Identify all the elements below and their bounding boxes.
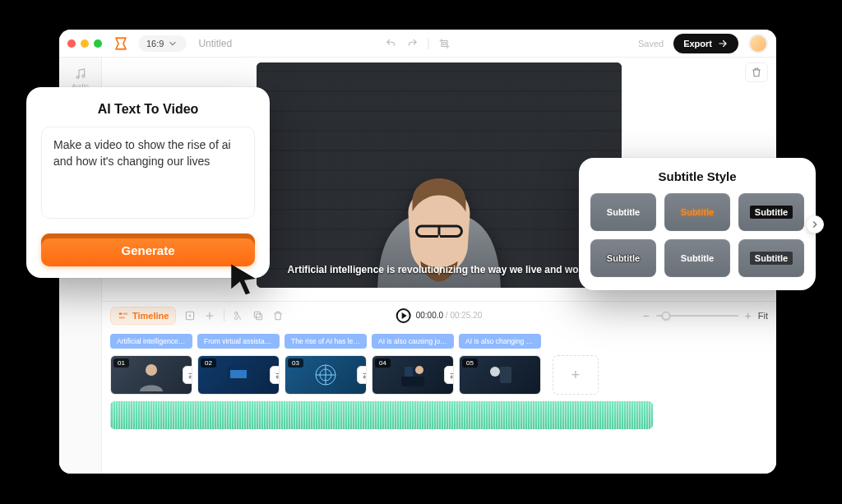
video-clip[interactable]: 03 ⇄ bbox=[285, 355, 367, 395]
clip-index: 04 bbox=[375, 358, 391, 368]
time-total: 00:25.20 bbox=[450, 311, 482, 320]
subtitle-clip[interactable]: AI is also changing the way ... bbox=[459, 334, 541, 349]
subtitle-clip[interactable]: From virtual assistants to sel... bbox=[197, 334, 280, 349]
separator bbox=[224, 310, 224, 321]
export-button[interactable]: Export bbox=[673, 34, 738, 53]
add-track-icon[interactable] bbox=[204, 310, 215, 321]
timeline[interactable]: Artificial intelligence is revol... From… bbox=[102, 329, 776, 474]
svg-rect-10 bbox=[119, 317, 125, 318]
svg-point-15 bbox=[146, 364, 157, 376]
subtitle-track[interactable]: Artificial intelligence is revol... From… bbox=[110, 334, 768, 349]
video-clip[interactable]: 02 ⇄ bbox=[197, 355, 280, 395]
video-preview[interactable]: Artificial intelligence is revolutionizi… bbox=[257, 62, 622, 288]
chevron-right-icon bbox=[809, 219, 821, 230]
transition-button[interactable]: ⇄ bbox=[270, 366, 280, 384]
video-clip[interactable]: 05 bbox=[459, 355, 541, 395]
clip-index: 05 bbox=[462, 358, 478, 368]
subtitle-clip[interactable]: AI is also causing job displac... bbox=[372, 334, 454, 349]
aspect-ratio-select[interactable]: 16:9 bbox=[138, 35, 187, 52]
export-button-label: Export bbox=[683, 39, 712, 49]
generate-button[interactable]: Generate bbox=[41, 234, 255, 266]
time-display: 00:00.0 / 00:25.20 bbox=[416, 311, 483, 320]
transition-button[interactable]: ⇄ bbox=[357, 366, 367, 384]
timeline-chip-label: Timeline bbox=[132, 311, 169, 321]
next-styles-button[interactable] bbox=[806, 215, 824, 234]
trash-icon[interactable] bbox=[272, 310, 284, 321]
timeline-toolbar: Timeline 00:00.0 / 00:25.20 bbox=[102, 301, 776, 329]
subtitle-style-option[interactable]: Subtitle bbox=[738, 239, 804, 277]
preview-subject bbox=[336, 90, 542, 288]
play-button[interactable] bbox=[396, 308, 411, 323]
subtitle-style-option[interactable]: Subtitle bbox=[590, 193, 656, 231]
video-clip[interactable]: 01 ⇄ bbox=[110, 355, 192, 395]
add-clip-button[interactable]: + bbox=[553, 355, 599, 395]
close-icon[interactable] bbox=[67, 39, 76, 48]
timeline-icon bbox=[118, 310, 129, 321]
minimize-icon[interactable] bbox=[81, 39, 89, 48]
clip-index: 01 bbox=[113, 358, 129, 368]
zoom-out-icon[interactable]: − bbox=[642, 309, 649, 322]
svg-rect-14 bbox=[255, 312, 261, 317]
subtitle-clip[interactable]: Artificial intelligence is revol... bbox=[110, 334, 192, 349]
window-controls[interactable] bbox=[67, 39, 102, 48]
crop-icon[interactable] bbox=[439, 38, 451, 49]
svg-rect-24 bbox=[500, 367, 511, 383]
aspect-ratio-label: 16:9 bbox=[146, 39, 164, 49]
zoom-fit-button[interactable]: Fit bbox=[758, 311, 768, 321]
subtitle-style-option[interactable]: Subtitle bbox=[738, 193, 804, 231]
delete-button[interactable] bbox=[745, 62, 768, 82]
zoom-in-icon[interactable]: + bbox=[745, 309, 752, 322]
titlebar-center-tools bbox=[386, 38, 451, 49]
svg-rect-9 bbox=[123, 312, 127, 314]
svg-point-22 bbox=[415, 366, 423, 374]
svg-point-23 bbox=[490, 367, 500, 377]
timeline-zoom: − + Fit bbox=[642, 309, 768, 322]
zoom-slider[interactable] bbox=[656, 315, 738, 317]
document-title[interactable]: Untitled bbox=[198, 38, 232, 49]
svg-rect-17 bbox=[230, 370, 247, 378]
ai-text-to-video-panel: AI Text To Video Generate bbox=[26, 87, 270, 278]
titlebar: 16:9 Untitled Saved Export bbox=[59, 30, 776, 58]
trash-icon bbox=[751, 67, 762, 78]
subtitle-panel-title: Subtitle Style bbox=[590, 169, 804, 183]
subtitle-style-option[interactable]: Subtitle bbox=[590, 239, 656, 277]
redo-icon[interactable] bbox=[407, 38, 419, 49]
subtitle-style-option[interactable]: Subtitle bbox=[664, 239, 730, 277]
audio-track[interactable] bbox=[110, 401, 653, 429]
storyboard-icon[interactable] bbox=[184, 310, 196, 321]
svg-rect-8 bbox=[119, 312, 123, 314]
style-label: Subtitle bbox=[681, 253, 714, 263]
zoom-slider-thumb[interactable] bbox=[662, 312, 670, 320]
subtitle-style-grid: Subtitle Subtitle Subtitle Subtitle Subt… bbox=[590, 193, 804, 277]
playback-controls: 00:00.0 / 00:25.20 bbox=[396, 308, 483, 323]
style-label: Subtitle bbox=[750, 252, 793, 265]
svg-point-0 bbox=[443, 42, 446, 45]
undo-icon[interactable] bbox=[386, 38, 397, 49]
split-icon[interactable] bbox=[233, 310, 244, 321]
svg-rect-13 bbox=[257, 313, 262, 319]
subtitle-clip[interactable]: The rise of AI has led to incre... bbox=[285, 334, 367, 349]
app-logo bbox=[112, 35, 130, 53]
subtitle-style-panel: Subtitle Style Subtitle Subtitle Subtitl… bbox=[579, 158, 816, 290]
video-clip[interactable]: 04 ⇄ bbox=[372, 355, 454, 395]
style-label: Subtitle bbox=[681, 207, 714, 217]
save-status: Saved bbox=[638, 39, 664, 49]
svg-rect-21 bbox=[405, 367, 413, 377]
video-track[interactable]: 01 ⇄ 02 ⇄ 03 ⇄ 04 bbox=[110, 354, 768, 396]
transition-button[interactable]: ⇄ bbox=[183, 366, 192, 384]
clip-index: 03 bbox=[288, 358, 303, 368]
duplicate-icon[interactable] bbox=[252, 310, 264, 321]
user-avatar[interactable] bbox=[748, 34, 768, 53]
transition-button[interactable]: ⇄ bbox=[444, 366, 454, 384]
svg-point-2 bbox=[81, 75, 84, 77]
timeline-mode-chip[interactable]: Timeline bbox=[110, 307, 176, 325]
subtitle-style-option[interactable]: Subtitle bbox=[664, 193, 730, 231]
svg-point-1 bbox=[76, 76, 79, 79]
music-note-icon bbox=[74, 67, 87, 81]
clip-index: 02 bbox=[201, 358, 216, 368]
svg-rect-20 bbox=[401, 377, 424, 386]
style-label: Subtitle bbox=[607, 207, 640, 217]
maximize-icon[interactable] bbox=[94, 39, 102, 48]
ai-prompt-input[interactable] bbox=[41, 127, 255, 219]
preview-caption: Artificial intelligence is revolutionizi… bbox=[257, 263, 622, 276]
